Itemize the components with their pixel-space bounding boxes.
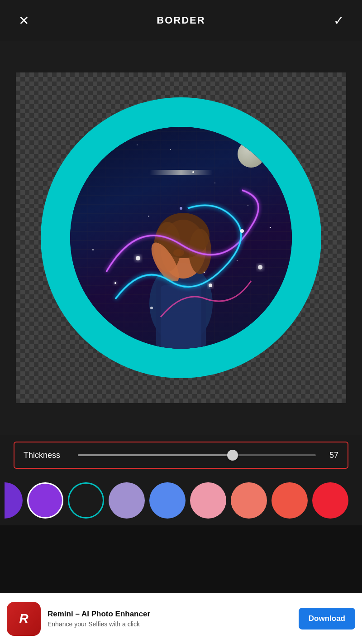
svg-point-12 — [209, 284, 212, 287]
thickness-slider[interactable] — [78, 454, 316, 456]
thickness-box: Thickness 57 — [14, 442, 348, 469]
swatch-coral[interactable] — [272, 482, 308, 519]
svg-point-14 — [258, 265, 262, 269]
swatch-blue[interactable] — [149, 482, 186, 519]
circle-inner — [70, 127, 292, 349]
ad-banner: R Remini – AI Photo Enhancer Enhance you… — [0, 593, 362, 644]
swatch-pink[interactable] — [190, 482, 226, 519]
svg-point-9 — [136, 256, 140, 260]
ad-text-block: Remini – AI Photo Enhancer Enhance your … — [48, 610, 292, 628]
close-button[interactable]: ✕ — [14, 10, 33, 30]
swatch-salmon[interactable] — [231, 482, 267, 519]
slider-thumb[interactable] — [227, 450, 238, 461]
slider-fill — [78, 454, 233, 456]
download-button[interactable]: Download — [299, 608, 355, 630]
swatch-red[interactable] — [312, 482, 348, 519]
ad-icon-text: R — [19, 611, 28, 626]
thickness-label: Thickness — [24, 451, 69, 460]
page-title: BORDER — [33, 14, 329, 26]
confirm-button[interactable]: ✓ — [329, 10, 348, 30]
neon-swirl — [70, 127, 292, 349]
swatch-purple[interactable] — [27, 482, 63, 519]
svg-point-11 — [180, 207, 182, 210]
svg-point-13 — [150, 307, 153, 309]
circle-border — [41, 97, 321, 378]
swatches-area — [0, 476, 362, 525]
thickness-area: Thickness 57 — [0, 435, 362, 476]
canvas-area — [0, 41, 362, 435]
swatch-lavender[interactable] — [109, 482, 145, 519]
svg-point-10 — [240, 229, 244, 233]
photo-background — [70, 127, 292, 349]
canvas-frame — [16, 72, 346, 403]
thickness-value: 57 — [325, 451, 338, 460]
swatch-partial[interactable] — [5, 482, 23, 519]
ad-icon: R — [7, 602, 41, 636]
light-bar — [149, 170, 213, 175]
swatch-teal[interactable] — [68, 482, 104, 519]
ad-title: Remini – AI Photo Enhancer — [48, 610, 292, 619]
top-bar: ✕ BORDER ✓ — [0, 0, 362, 41]
ad-subtitle: Enhance your Selfies with a click — [48, 620, 292, 628]
